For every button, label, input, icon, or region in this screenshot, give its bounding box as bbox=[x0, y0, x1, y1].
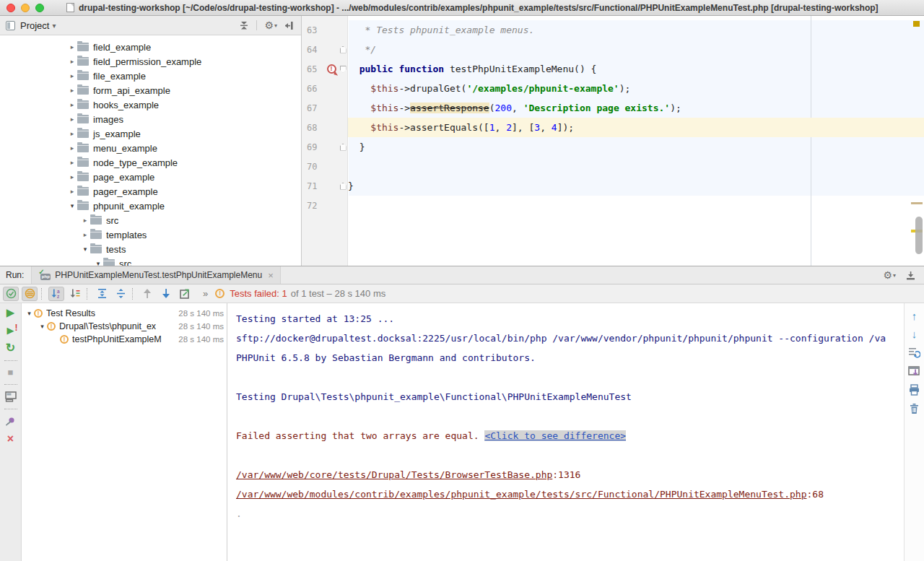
tree-toggle-arrow[interactable]: ▸ bbox=[67, 87, 77, 94]
stop-button[interactable]: ■ bbox=[8, 368, 14, 378]
tree-toggle-arrow[interactable]: ▾ bbox=[38, 323, 47, 330]
code-line[interactable]: 68 $this->assertEquals([1, 2], [3, 4]); bbox=[302, 118, 924, 137]
tree-toggle-arrow[interactable]: ▸ bbox=[67, 173, 77, 181]
test-tree-row[interactable]: ▾!Drupal\Tests\phpunit_ex28 s 140 ms bbox=[22, 320, 227, 333]
up-stack-trace-button[interactable]: ↑ bbox=[912, 310, 918, 321]
project-tree-item[interactable]: ▸file_example bbox=[0, 69, 301, 83]
project-tree-item[interactable]: ▸templates bbox=[0, 227, 301, 242]
fold-marker[interactable] bbox=[340, 66, 346, 73]
close-run-panel-button[interactable]: × bbox=[7, 433, 14, 445]
sort-by-duration-button[interactable] bbox=[67, 287, 83, 301]
previous-failed-test-button[interactable] bbox=[139, 287, 155, 301]
navigate-stacktrace-button[interactable] bbox=[908, 347, 920, 358]
collapse-all-button[interactable] bbox=[239, 20, 249, 30]
next-failed-test-button[interactable] bbox=[158, 287, 174, 301]
code-text[interactable]: * Tests phpunit_example menus. bbox=[348, 20, 924, 40]
sort-alphabetically-button[interactable]: a z bbox=[48, 287, 64, 301]
print-button[interactable] bbox=[908, 384, 920, 396]
code-line[interactable]: 70 bbox=[302, 157, 924, 176]
fold-marker[interactable] bbox=[340, 46, 346, 53]
pin-tab-button[interactable] bbox=[5, 416, 16, 427]
line-number[interactable]: 71 bbox=[302, 181, 325, 191]
line-number[interactable]: 64 bbox=[302, 45, 325, 55]
code-text[interactable]: $this->assertEquals([1, 2], [3, 4]); bbox=[348, 118, 924, 137]
project-tree-item[interactable]: ▸hooks_example bbox=[0, 97, 301, 112]
tree-toggle-arrow[interactable]: ▸ bbox=[67, 43, 77, 51]
code-line[interactable]: 63 * Tests phpunit_example menus. bbox=[302, 20, 924, 40]
line-number[interactable]: 65 bbox=[302, 64, 325, 74]
tree-toggle-arrow[interactable]: ▸ bbox=[80, 231, 90, 238]
toggle-auto-test-button[interactable]: ↻ bbox=[6, 342, 15, 354]
rerun-failed-tests-button[interactable]: ▶! bbox=[7, 325, 14, 336]
show-passed-button[interactable] bbox=[3, 287, 19, 301]
project-tree-item[interactable]: ▸page_example bbox=[0, 170, 301, 184]
tree-toggle-arrow[interactable]: ▸ bbox=[67, 58, 77, 65]
tree-toggle-arrow[interactable]: ▸ bbox=[67, 144, 77, 152]
tree-toggle-arrow[interactable]: ▾ bbox=[80, 245, 90, 253]
down-stack-trace-button[interactable]: ↓ bbox=[912, 329, 918, 339]
code-line[interactable]: 72 bbox=[302, 196, 924, 215]
tree-toggle-arrow[interactable]: ▾ bbox=[93, 260, 103, 266]
line-number[interactable]: 70 bbox=[302, 162, 325, 172]
minimize-window-button[interactable] bbox=[21, 4, 30, 12]
code-line[interactable]: 67 $this->assertResponse(200, 'Descripti… bbox=[302, 98, 924, 118]
see-difference-link[interactable]: <Click to see difference> bbox=[484, 430, 626, 441]
tree-toggle-arrow[interactable]: ▸ bbox=[67, 188, 77, 195]
file-link[interactable]: /var/www/web/modules/contrib/examples/ph… bbox=[236, 489, 807, 500]
close-window-button[interactable] bbox=[6, 4, 15, 12]
code-line[interactable]: 64 */ bbox=[302, 40, 924, 59]
code-text[interactable] bbox=[348, 157, 924, 176]
zoom-window-button[interactable] bbox=[35, 4, 44, 12]
error-stripe-mark[interactable] bbox=[911, 202, 923, 204]
close-tab-icon[interactable]: × bbox=[268, 270, 274, 281]
open-results-in-editor-button[interactable] bbox=[908, 365, 920, 377]
rerun-button[interactable]: ▶ bbox=[6, 307, 15, 318]
project-settings-gear-button[interactable]: ⚙ ▾ bbox=[264, 19, 277, 31]
code-text[interactable]: public function testPhpUnitExampleMenu()… bbox=[348, 59, 924, 79]
test-tree-row[interactable]: ▾!Test Results28 s 140 ms bbox=[22, 307, 227, 320]
code-text[interactable]: } bbox=[348, 137, 924, 157]
project-tree-item[interactable]: ▸form_api_example bbox=[0, 83, 301, 97]
expand-all-button[interactable] bbox=[94, 287, 110, 301]
run-settings-gear-button[interactable]: ⚙ ▾ bbox=[883, 269, 896, 281]
code-line[interactable]: 65! public function testPhpUnitExampleMe… bbox=[302, 59, 924, 79]
line-number[interactable]: 63 bbox=[302, 25, 325, 35]
tree-toggle-arrow[interactable]: ▸ bbox=[67, 116, 77, 123]
line-number[interactable]: 66 bbox=[302, 84, 325, 94]
code-text[interactable] bbox=[348, 196, 924, 215]
project-tree-item[interactable]: ▾src bbox=[0, 256, 301, 266]
collapse-all-button[interactable] bbox=[113, 287, 128, 301]
show-ignored-button[interactable] bbox=[22, 287, 38, 301]
code-line[interactable]: 69 } bbox=[302, 137, 924, 157]
project-tree-item[interactable]: ▸js_example bbox=[0, 126, 301, 141]
tree-toggle-arrow[interactable]: ▾ bbox=[25, 310, 34, 317]
line-number[interactable]: 68 bbox=[302, 123, 325, 133]
project-tree-item[interactable]: ▸node_type_example bbox=[0, 155, 301, 170]
file-link[interactable]: /var/www/web/core/tests/Drupal/Tests/Bro… bbox=[236, 469, 552, 480]
line-number[interactable]: 72 bbox=[302, 201, 325, 211]
project-tree-item[interactable]: ▸images bbox=[0, 112, 301, 126]
failed-test-gutter-icon[interactable]: ! bbox=[327, 64, 336, 74]
project-tree-item[interactable]: ▸src bbox=[0, 213, 301, 227]
project-tree-item[interactable]: ▸field_permission_example bbox=[0, 54, 301, 69]
code-editor[interactable]: 63 * Tests phpunit_example menus.64 */65… bbox=[302, 16, 924, 266]
clear-console-button[interactable] bbox=[909, 403, 920, 414]
test-tree-row[interactable]: !testPhpUnitExampleM28 s 140 ms bbox=[22, 333, 227, 346]
hide-project-panel-button[interactable] bbox=[284, 21, 294, 30]
code-text[interactable]: $this->drupalGet('/examples/phpunit-exam… bbox=[348, 79, 924, 98]
code-line[interactable]: 66 $this->drupalGet('/examples/phpunit-e… bbox=[302, 79, 924, 98]
tree-toggle-arrow[interactable]: ▸ bbox=[67, 159, 77, 166]
tree-toggle-arrow[interactable]: ▸ bbox=[67, 72, 77, 79]
code-text[interactable]: $this->assertResponse(200, 'Description … bbox=[348, 98, 924, 118]
project-tree-item[interactable]: ▾tests bbox=[0, 242, 301, 256]
project-tree-item[interactable]: ▸pager_example bbox=[0, 184, 301, 199]
fold-marker[interactable] bbox=[340, 183, 346, 190]
code-line[interactable]: 71} bbox=[302, 176, 924, 196]
editor-scrollbar[interactable] bbox=[915, 217, 923, 254]
project-tree-item[interactable]: ▾phpunit_example bbox=[0, 199, 301, 213]
fold-marker[interactable] bbox=[340, 144, 346, 151]
hide-run-panel-button[interactable] bbox=[906, 271, 915, 280]
project-tree-item[interactable]: ▸menu_example bbox=[0, 141, 301, 155]
line-number[interactable]: 69 bbox=[302, 142, 325, 152]
error-stripe-summary[interactable] bbox=[913, 21, 920, 27]
